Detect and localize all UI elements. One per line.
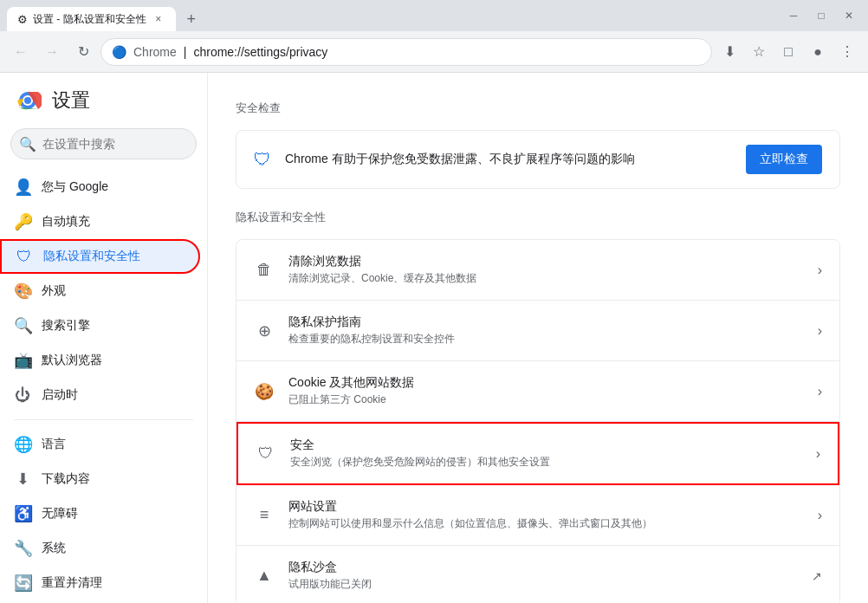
security-shield-icon: 🛡: [256, 444, 276, 464]
content-area: 安全检查 🛡 Chrome 有助于保护您免受数据泄露、不良扩展程序等问题的影响 …: [208, 73, 868, 603]
sidebar-item-google-account[interactable]: 👤 您与 Google: [0, 170, 200, 204]
chevron-right-icon-guide: ›: [818, 323, 822, 339]
external-link-sandbox-icon: ↗: [812, 569, 822, 583]
new-tab-button[interactable]: +: [179, 7, 204, 31]
sidebar-divider-1: [14, 419, 193, 420]
settings-item-desc-security: 安全浏览（保护您免受危险网站的侵害）和其他安全设置: [290, 455, 802, 470]
sidebar-label-reset: 重置并清理: [42, 575, 102, 591]
sidebar-search[interactable]: 🔍: [10, 128, 197, 159]
privacy-guide-icon: ⊕: [254, 321, 275, 341]
browser-frame: ⚙ 设置 - 隐私设置和安全性 × + ─ □ ✕ ← → ↻ 🔵 Chrome…: [0, 0, 868, 603]
bookmark-icon[interactable]: ☆: [745, 38, 773, 66]
main-area: 设置 🔍 👤 您与 Google 🔑 自动填充 🛡 隐私设置和安全性 🎨 外观: [0, 73, 868, 603]
settings-item-title-sandbox: 隐私沙盒: [288, 560, 798, 575]
back-button[interactable]: ←: [7, 38, 35, 66]
cookie-icon: 🍪: [254, 381, 275, 402]
forward-button[interactable]: →: [38, 38, 66, 66]
chevron-right-icon-clear: ›: [818, 263, 822, 278]
sidebar-item-appearance[interactable]: 🎨 外观: [0, 274, 200, 308]
maximize-button[interactable]: □: [809, 3, 833, 28]
settings-item-title-security: 安全: [290, 438, 802, 453]
tab-strip: ⚙ 设置 - 隐私设置和安全性 × +: [7, 0, 781, 31]
safety-check-card: 🛡 Chrome 有助于保护您免受数据泄露、不良扩展程序等问题的影响 立即检查: [236, 130, 840, 189]
settings-item-text-sandbox: 隐私沙盒 试用版功能已关闭: [288, 560, 798, 592]
address-bar[interactable]: 🔵 Chrome | chrome://settings/privacy: [100, 38, 712, 66]
sidebar-item-search[interactable]: 🔍 搜索引擎: [0, 308, 200, 343]
privacy-section-title: 隐私设置和安全性: [236, 210, 840, 225]
chrome-logo-icon: [14, 87, 42, 114]
sidebar-label-search: 搜索引擎: [42, 318, 90, 334]
safety-section-title: 安全检查: [236, 100, 840, 116]
privacy-settings-list: 🗑 清除浏览数据 清除浏览记录、Cookie、缓存及其他数据 › ⊕ 隐私保护指…: [236, 239, 840, 603]
sidebar-label-system: 系统: [42, 541, 66, 556]
sidebar-item-accessibility[interactable]: ♿ 无障碍: [0, 496, 200, 531]
minimize-button[interactable]: ─: [781, 3, 806, 28]
settings-item-clear-browsing[interactable]: 🗑 清除浏览数据 清除浏览记录、Cookie、缓存及其他数据 ›: [236, 240, 839, 301]
sandbox-icon: ▲: [254, 566, 275, 587]
tab-title: 设置 - 隐私设置和安全性: [33, 12, 146, 27]
sidebar-item-system[interactable]: 🔧 系统: [0, 531, 200, 566]
sidebar-item-downloads[interactable]: ⬇ 下载内容: [0, 462, 200, 496]
key-icon: 🔑: [14, 212, 31, 231]
profile-icon[interactable]: ●: [804, 38, 832, 66]
site-settings-icon: ≡: [254, 505, 275, 526]
sidebar-item-reset[interactable]: 🔄 重置并清理: [0, 566, 200, 600]
sidebar: 设置 🔍 👤 您与 Google 🔑 自动填充 🛡 隐私设置和安全性 🎨 外观: [0, 73, 208, 603]
chevron-right-icon-cookies: ›: [818, 384, 822, 399]
settings-item-text-site: 网站设置 控制网站可以使用和显示什么信息（如位置信息、摄像头、弹出式窗口及其他）: [288, 499, 804, 531]
menu-icon[interactable]: ⋮: [833, 38, 861, 66]
sidebar-label-google-account: 您与 Google: [42, 179, 108, 195]
protocol-text: Chrome: [133, 45, 177, 59]
chevron-right-icon-security: ›: [816, 446, 820, 462]
settings-item-text-clear: 清除浏览数据 清除浏览记录、Cookie、缓存及其他数据: [288, 254, 804, 286]
shield-icon: 🛡: [16, 248, 33, 266]
settings-item-title-clear: 清除浏览数据: [288, 254, 804, 269]
sidebar-item-startup[interactable]: ⏻ 启动时: [0, 378, 200, 412]
refresh-button[interactable]: ↻: [69, 38, 97, 66]
settings-item-privacy-sandbox[interactable]: ▲ 隐私沙盒 试用版功能已关闭 ↗: [236, 546, 839, 603]
settings-item-desc-site: 控制网站可以使用和显示什么信息（如位置信息、摄像头、弹出式窗口及其他）: [288, 516, 804, 531]
sidebar-item-default-browser[interactable]: 📺 默认浏览器: [0, 343, 200, 378]
active-tab[interactable]: ⚙ 设置 - 隐私设置和安全性 ×: [7, 7, 176, 31]
check-now-button[interactable]: 立即检查: [746, 145, 822, 174]
settings-item-desc-clear: 清除浏览记录、Cookie、缓存及其他数据: [288, 271, 804, 286]
close-button[interactable]: ✕: [837, 3, 861, 28]
settings-item-title-cookies: Cookie 及其他网站数据: [288, 375, 804, 391]
settings-item-desc-cookies: 已阻止第三方 Cookie: [288, 392, 804, 407]
trash-icon: 🗑: [254, 260, 275, 281]
sidebar-label-accessibility: 无障碍: [42, 506, 78, 522]
settings-item-security[interactable]: 🛡 安全 安全浏览（保护您免受危险网站的侵害）和其他安全设置 ›: [236, 422, 839, 485]
download-sidebar-icon: ⬇: [14, 470, 31, 489]
search-engine-icon: 🔍: [14, 316, 31, 335]
settings-title: 设置: [52, 88, 90, 113]
sidebar-item-privacy[interactable]: 🛡 隐私设置和安全性: [0, 239, 200, 274]
settings-item-privacy-guide[interactable]: ⊕ 隐私保护指南 检查重要的隐私控制设置和安全控件 ›: [236, 301, 839, 361]
reset-icon: 🔄: [14, 574, 31, 593]
extensions-icon[interactable]: □: [774, 38, 802, 66]
search-input[interactable]: [10, 128, 197, 159]
address-separator: |: [184, 45, 187, 59]
accessibility-icon: ♿: [14, 504, 31, 523]
url-text: chrome://settings/privacy: [193, 45, 327, 59]
sidebar-label-browser: 默认浏览器: [42, 353, 102, 368]
download-icon[interactable]: ⬇: [716, 38, 743, 66]
sidebar-label-autofill: 自动填充: [42, 214, 90, 230]
sidebar-label-privacy: 隐私设置和安全性: [43, 249, 140, 264]
settings-item-site-settings[interactable]: ≡ 网站设置 控制网站可以使用和显示什么信息（如位置信息、摄像头、弹出式窗口及其…: [236, 485, 839, 546]
toolbar: ← → ↻ 🔵 Chrome | chrome://settings/priva…: [0, 31, 868, 73]
settings-item-text-guide: 隐私保护指南 检查重要的隐私控制设置和安全控件: [288, 314, 804, 347]
settings-item-desc-guide: 检查重要的隐私控制设置和安全控件: [288, 332, 804, 347]
tab-close-button[interactable]: ×: [152, 12, 165, 26]
safety-shield-icon: 🛡: [254, 150, 271, 170]
safety-card-text: Chrome 有助于保护您免受数据泄露、不良扩展程序等问题的影响: [285, 152, 732, 167]
settings-item-desc-sandbox: 试用版功能已关闭: [288, 577, 798, 592]
settings-item-title-guide: 隐私保护指南: [288, 314, 804, 330]
sidebar-item-language[interactable]: 🌐 语言: [0, 427, 200, 462]
settings-item-title-site: 网站设置: [288, 499, 804, 515]
title-bar: ⚙ 设置 - 隐私设置和安全性 × + ─ □ ✕: [0, 0, 868, 31]
settings-item-cookies[interactable]: 🍪 Cookie 及其他网站数据 已阻止第三方 Cookie ›: [236, 361, 839, 422]
sidebar-label-language: 语言: [42, 437, 66, 452]
person-icon: 👤: [14, 178, 31, 197]
sidebar-item-autofill[interactable]: 🔑 自动填充: [0, 204, 200, 239]
site-icon: 🔵: [112, 45, 126, 59]
